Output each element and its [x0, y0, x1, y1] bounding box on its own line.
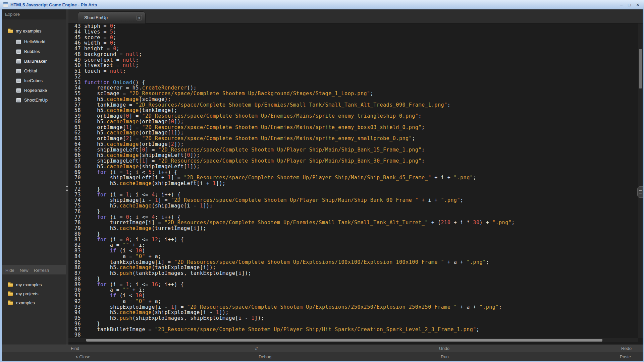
code-editor[interactable]: 43shiph = 0;44lives = 5;45score = 0;46wi… — [68, 23, 638, 338]
sidebar-item-ropesnake[interactable]: RopeSnake — [2, 85, 66, 95]
close-window-button[interactable]: ✕ — [636, 0, 640, 9]
vertical-scrollbar[interactable] — [638, 23, 643, 338]
right-panel-handle[interactable] — [637, 186, 643, 198]
sidebar-item-shootemup[interactable]: ShootEmUp — [2, 95, 66, 105]
sidebar-item-bubbles[interactable]: Bubbles — [2, 47, 66, 56]
redo-button[interactable]: Redo — [621, 345, 632, 352]
code-token: touch = — [84, 68, 110, 74]
code-token: (turretImage[i]); — [152, 225, 206, 231]
code-token: ; — [512, 220, 515, 226]
line-text: tankExploImage[i] = "2D_Resources/space/… — [84, 259, 489, 265]
horizontal-scrollbar[interactable] — [68, 338, 638, 342]
example-list: HelloWorldBubblesBallBreakerOrbitalIceCu… — [2, 37, 66, 105]
code-token: h5. — [84, 315, 119, 321]
code-token: ; i <= — [129, 282, 152, 288]
code-token: background = — [84, 51, 126, 57]
debug-button[interactable]: Debug — [259, 352, 271, 361]
code-token: "2D_Resources/space/Complete Shootem Up/… — [187, 304, 457, 310]
line-number: 69 — [68, 170, 84, 175]
code-token: (shipExploImages, shipExploImage[i - — [132, 315, 252, 321]
code-token: if — [110, 248, 116, 254]
code-token: ".png" — [454, 175, 473, 181]
code-line: 97 tankBulletImage = "2D_Resources/space… — [68, 327, 638, 333]
line-number: 66 — [68, 153, 84, 158]
code-line: 91 if (i < 10) — [68, 293, 638, 299]
code-token: cacheImage — [107, 119, 139, 125]
folder-list: my examplesmy projectsexamples — [2, 280, 66, 307]
folder-item-examples[interactable]: examples — [2, 298, 66, 307]
line-number: 62 — [68, 130, 84, 136]
vertical-scrollbar-thumb[interactable] — [639, 49, 642, 88]
hide-button[interactable]: Hide — [5, 268, 14, 273]
code-token: lives = — [84, 29, 110, 35]
code-token: 0 — [126, 214, 129, 220]
folder-item-my-projects[interactable]: my projects — [2, 289, 66, 298]
line-number: 83 — [68, 248, 84, 254]
tree-root-my-examples[interactable]: my examples — [2, 26, 66, 36]
line-number: 55 — [68, 91, 84, 97]
maximize-button[interactable]: □ — [628, 0, 631, 9]
code-token: null — [123, 62, 136, 68]
tab-close-icon[interactable]: x — [137, 15, 142, 20]
refresh-button[interactable]: Refresh — [34, 268, 49, 273]
tab-shootemup[interactable]: ShootEmUp x — [78, 11, 146, 23]
code-token: function — [84, 79, 110, 85]
code-token: (i < — [116, 248, 136, 254]
sidebar-splitter[interactable] — [66, 9, 68, 345]
line-text: h5.cacheImage(turretImage[i]); — [84, 226, 206, 231]
code-line: 71 h5.cacheImage(shipImageLeft[i + 1]); — [68, 181, 638, 186]
line-text: shipImage[i - 1] = "2D_Resources/space/C… — [84, 197, 464, 203]
line-number: 67 — [68, 158, 84, 164]
code-line: 45score = 0; — [68, 35, 638, 41]
sidebar-item-helloworld[interactable]: HelloWorld — [2, 37, 66, 47]
code-token: (shipImageLeft[ — [139, 164, 187, 170]
code-token: 4 — [152, 214, 155, 220]
close-file-button[interactable]: < Close — [75, 352, 90, 361]
code-token: "" — [123, 242, 129, 248]
line-number: 78 — [68, 220, 84, 226]
code-token: ] = — [174, 304, 187, 310]
sidebar-item-icecubes[interactable]: IceCubes — [2, 76, 66, 85]
app-icon — [3, 2, 8, 7]
code-token: push — [119, 270, 132, 276]
code-token: ; — [116, 46, 120, 52]
code-token: shipImageLeft[ — [84, 147, 142, 153]
folder-icon — [8, 292, 13, 296]
comment-button[interactable]: // — [255, 345, 258, 352]
code-token: + a; — [145, 298, 161, 304]
sidebar-item-ballbreaker[interactable]: BallBreaker — [2, 56, 66, 66]
line-number: 46 — [68, 40, 84, 46]
run-button[interactable]: Run — [441, 352, 449, 361]
paste-button[interactable]: Paste — [620, 352, 631, 361]
code-token: tankBulletImage = — [84, 326, 155, 333]
code-token: 0 — [126, 113, 129, 119]
minimize-button[interactable]: – — [620, 0, 623, 9]
code-line: 61 orbImage[1] = "2D_Resources/space/Com… — [68, 125, 638, 130]
line-number: 70 — [68, 175, 84, 181]
code-token: "2D_Resources/space/Complete Shootem Up/… — [174, 259, 444, 265]
code-line: 92 a = "0" + a; — [68, 299, 638, 304]
code-token — [84, 248, 110, 254]
code-line: 65 shipImageLeft[0] = "2D_Resources/spac… — [68, 147, 638, 153]
code-token: "2D_Resources/space/Complete Shootem Up/… — [158, 147, 422, 153]
editor-area: ShootEmUp x 43shiph = 0;44lives = 5;45sc… — [68, 9, 643, 345]
code-token: h5. — [84, 119, 107, 125]
line-number: 54 — [68, 85, 84, 91]
sidebar-item-orbital[interactable]: Orbital — [2, 66, 66, 76]
folder-item-my-examples[interactable]: my examples — [2, 280, 66, 289]
code-line: 58 h5.cacheImage(tankImage); — [68, 108, 638, 113]
code-token: ]); — [216, 180, 226, 186]
code-token: ] = — [145, 147, 158, 153]
find-button[interactable]: Find — [71, 345, 79, 352]
code-token: (shipExploImage[i - — [152, 309, 216, 315]
horizontal-scrollbar-thumb[interactable] — [86, 339, 602, 342]
new-button[interactable]: New — [20, 268, 29, 273]
code-token: 1 — [216, 309, 219, 315]
undo-button[interactable]: Undo — [439, 345, 449, 352]
line-text: h5.push(shipExploImages, shipExploImage[… — [84, 315, 264, 321]
code-token: + i; — [129, 242, 145, 248]
line-text: scoreText = null; — [84, 57, 139, 63]
code-token: ; i++) { — [155, 192, 181, 198]
line-text: for (i = 0; i <= 4; i++) { — [84, 215, 181, 220]
line-text: function OnLoad() { — [84, 80, 145, 85]
